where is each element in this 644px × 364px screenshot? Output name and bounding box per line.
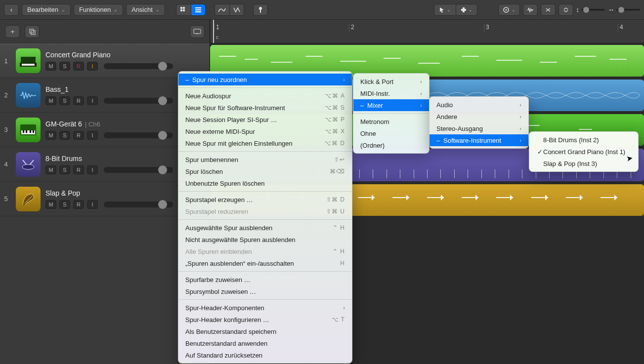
mute-button[interactable]: M xyxy=(45,96,56,105)
screen-icon xyxy=(193,29,201,35)
menu-sw-instrument[interactable]: –Software-Instrument› xyxy=(429,134,528,146)
functions-menu[interactable]: Funktionen⌄ xyxy=(74,4,123,16)
solo-button[interactable]: S xyxy=(59,165,70,174)
mute-button[interactable]: M xyxy=(45,200,56,209)
menu-metronome[interactable]: Metronom xyxy=(353,116,429,127)
track-icon[interactable] xyxy=(16,187,41,211)
track-icon[interactable] xyxy=(16,48,41,73)
volume-slider[interactable] xyxy=(104,202,173,207)
menu-new-same-settings[interactable]: Neue Spur mit gleichen Einstellungen⌥⌘ D xyxy=(178,137,352,149)
ruler[interactable]: 1 2 3 4 c xyxy=(210,20,644,43)
duplicate-icon xyxy=(29,28,36,35)
menu-toggle-hide[interactable]: „Spuren ausblenden“ ein-/ausschaltenH xyxy=(178,257,352,269)
svg-rect-0 xyxy=(180,7,182,9)
menu-other[interactable]: Andere› xyxy=(429,111,528,122)
menu-rename-track[interactable]: Spur umbenennen⇧↩ xyxy=(178,154,352,165)
menu-reassign-track[interactable]: –Spur neu zuordnen› xyxy=(178,74,352,85)
track-number: 5 xyxy=(1,195,11,202)
track-icon[interactable] xyxy=(16,118,41,142)
volume-slider[interactable] xyxy=(104,167,173,173)
track-channel-label: | Ch6 xyxy=(85,121,100,128)
mute-button[interactable]: M xyxy=(45,131,56,140)
snap-menu[interactable]: ⌄ xyxy=(498,4,520,16)
pointer-tool[interactable]: ⌄ xyxy=(434,4,456,16)
input-button[interactable]: I xyxy=(87,131,98,140)
global-tracks-button[interactable] xyxy=(190,25,205,38)
mute-button[interactable]: M xyxy=(45,165,56,174)
menu-new-ext-midi[interactable]: Neue externe MIDI-Spur⌥⌘ X xyxy=(178,125,352,137)
catch-button[interactable] xyxy=(253,4,268,16)
menu-stereo-out[interactable]: Stereo-Ausgang› xyxy=(429,122,528,134)
menu-track-symbol[interactable]: Spursymbol zuweisen … xyxy=(178,285,352,297)
vertical-zoom-slider[interactable]: ↕ xyxy=(576,6,605,13)
solo-button[interactable]: S xyxy=(59,62,70,71)
menu-save-default[interactable]: Als Benutzerstandard speichern xyxy=(178,325,352,337)
input-button[interactable]: I xyxy=(87,96,98,105)
view-menu[interactable]: Ansicht⌄ xyxy=(126,4,165,16)
menu-hide-selected[interactable]: Ausgewählte Spur ausblenden⌃ H xyxy=(178,222,352,234)
track-icon[interactable] xyxy=(16,83,41,108)
marquee-tool[interactable]: ⌄ xyxy=(456,4,477,16)
mute-button[interactable]: M xyxy=(45,62,56,71)
solo-button[interactable]: S xyxy=(59,131,70,140)
grid-view-button[interactable] xyxy=(176,4,191,16)
menu-inst-8bit[interactable]: 8-Bit Drums (Inst 2) xyxy=(529,134,638,146)
menu-folder[interactable]: (Ordner) xyxy=(353,139,429,151)
track-name-label: GM-Gerät 6 xyxy=(45,120,82,128)
input-button[interactable]: I xyxy=(87,200,98,209)
tool-segment: ⌄ ⌄ xyxy=(434,4,477,16)
svg-rect-10 xyxy=(461,9,466,11)
record-button[interactable]: R xyxy=(73,62,84,71)
duplicate-track-button[interactable] xyxy=(25,25,40,38)
input-button[interactable]: I xyxy=(87,62,98,71)
svg-rect-4 xyxy=(195,7,201,8)
menu-create-stack[interactable]: Spurstapel erzeugen …⇧⌘ D xyxy=(178,194,352,205)
playhead[interactable] xyxy=(213,20,214,43)
menu-header-configure[interactable]: Spur-Header konfigurieren …⌥ T xyxy=(178,314,352,325)
menu-reset-default[interactable]: Auf Standard zurücksetzen xyxy=(178,349,352,361)
menu-inst-concert[interactable]: ✓Concert Grand Piano (Inst 1) xyxy=(529,146,638,158)
mixer-submenu: Audio› Andere› Stereo-Ausgang› –Software… xyxy=(429,96,529,149)
flex-button[interactable] xyxy=(229,4,244,16)
add-track-button[interactable]: ＋ xyxy=(5,25,20,38)
record-button[interactable]: R xyxy=(73,200,84,209)
solo-button[interactable]: S xyxy=(59,200,70,209)
input-button[interactable]: I xyxy=(87,165,98,174)
menu-midi-instr[interactable]: MIDI-Instr.› xyxy=(353,87,429,99)
menu-new-session-player[interactable]: Neue Session Player SI-Spur …⌥⌘ P xyxy=(178,114,352,125)
menu-delete-unused[interactable]: Unbenutzte Spuren löschen xyxy=(178,177,352,189)
menu-none[interactable]: Ohne xyxy=(353,127,429,139)
menu-header-components[interactable]: Spur-Header-Komponenten› xyxy=(178,302,352,314)
record-button[interactable]: R xyxy=(73,131,84,140)
horizontal-zoom-slider[interactable]: ↔ xyxy=(608,6,640,13)
back-button[interactable]: ‹ xyxy=(4,4,19,16)
menu-delete-track[interactable]: Spur löschen⌘⌫ xyxy=(178,165,352,177)
vzoom-in[interactable] xyxy=(558,4,573,16)
solo-button[interactable]: S xyxy=(59,96,70,105)
menu-audio[interactable]: Audio› xyxy=(429,99,528,111)
track-icon[interactable] xyxy=(16,152,41,177)
plus-icon: ＋ xyxy=(9,27,16,36)
record-button[interactable]: R xyxy=(73,96,84,105)
menu-inst-slap[interactable]: Slap & Pop (Inst 3) xyxy=(529,158,638,169)
automation-button[interactable] xyxy=(215,4,229,16)
menu-klick-port[interactable]: Klick & Port› xyxy=(353,76,429,87)
svg-rect-23 xyxy=(30,130,31,133)
menu-apply-default[interactable]: Benutzerstandard anwenden xyxy=(178,337,352,349)
volume-slider[interactable] xyxy=(104,63,173,69)
record-button[interactable]: R xyxy=(73,165,84,174)
list-icon xyxy=(195,6,202,13)
menu-mixer[interactable]: –Mixer› xyxy=(353,99,429,111)
waveform-zoom[interactable] xyxy=(523,4,538,16)
vzoom-out[interactable] xyxy=(541,4,556,16)
svg-rect-1 xyxy=(183,7,185,9)
list-view-button[interactable] xyxy=(191,4,206,16)
track-number: 4 xyxy=(1,161,11,168)
edit-menu[interactable]: Bearbeiten⌄ xyxy=(22,4,71,16)
menu-hide-unselected[interactable]: Nicht ausgewählte Spuren ausblenden xyxy=(178,234,352,245)
menu-new-sw-instrument[interactable]: Neue Spur für Software-Instrument⌥⌘ S xyxy=(178,102,352,114)
volume-slider[interactable] xyxy=(104,132,173,138)
menu-new-audio[interactable]: Neue Audiospur⌥⌘ A xyxy=(178,90,352,102)
volume-slider[interactable] xyxy=(104,98,173,104)
menu-track-color[interactable]: Spurfarbe zuweisen … xyxy=(178,274,352,285)
